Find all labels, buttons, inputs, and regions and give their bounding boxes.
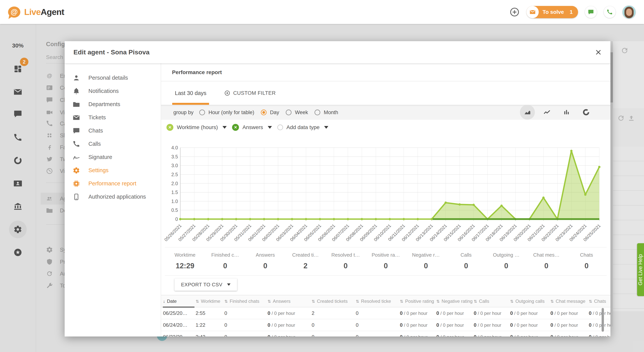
remove-series-icon[interactable]: ✕: [166, 124, 173, 131]
modal-title: Edit agent - Sona Pisova: [74, 48, 150, 56]
column-header-label: Calls: [479, 299, 489, 304]
column-header-calls[interactable]: ⇅Calls: [474, 299, 510, 304]
group-by-option-day[interactable]: Day: [261, 110, 279, 116]
modal-header: Edit agent - Sona Pisova: [65, 41, 610, 63]
table-scrollbar-thumb[interactable]: [602, 308, 604, 332]
summary-stat-label: Answers: [245, 252, 285, 258]
nav-item-label: Personal details: [88, 75, 128, 81]
nav-item-personal-details[interactable]: Personal details: [65, 71, 161, 84]
export-label: EXPORT TO CSV: [181, 282, 222, 288]
person-icon: [73, 74, 80, 82]
column-header-answers[interactable]: ⇅Answers: [268, 299, 312, 304]
group-by-option-hour-only-for-table-[interactable]: Hour (only for table): [199, 110, 254, 116]
table-cell: 0 / 0 per hour: [550, 310, 589, 316]
group-by-option-month[interactable]: Month: [314, 110, 338, 116]
group-by-option-week[interactable]: Week: [286, 110, 308, 116]
table-cell: 0: [224, 322, 268, 328]
column-header-label: Resolved ticke: [361, 299, 391, 304]
table-cell: 06/25/20…: [163, 310, 196, 316]
table-cell: 0 / 0 per hour: [550, 322, 589, 328]
nav-item-performance-report[interactable]: Performance report: [65, 177, 161, 190]
column-header-outgoing-calls[interactable]: ⇅Outgoing calls: [510, 299, 550, 304]
column-header-negative-rating[interactable]: ⇅Negative rating: [436, 299, 474, 304]
group-by-option-label: Week: [295, 110, 308, 116]
add-series-circle-icon: [277, 125, 283, 130]
performance-chart: 00.51.01.52.02.53.03.54.005/26/202105/27…: [161, 135, 610, 247]
table-cell: 1:22: [196, 322, 224, 328]
donut-chart-button[interactable]: [578, 105, 594, 120]
logo-agent: Agent: [41, 7, 64, 17]
table-header-row: ↓Date⇅Worktime⇅Finished chats⇅Answers⇅Cr…: [161, 295, 610, 307]
topbar-actions: To solve 1: [510, 0, 636, 24]
chats-button[interactable]: [585, 6, 597, 18]
liveagent-logo[interactable]: @ LiveAgent: [8, 6, 64, 18]
svg-text:2.5: 2.5: [171, 172, 178, 177]
summary-stat: Calls0: [446, 247, 486, 275]
nav-item-chats[interactable]: Chats: [65, 124, 161, 137]
nav-item-calls[interactable]: Calls: [65, 137, 161, 151]
to-solve-button[interactable]: To solve 1: [526, 6, 578, 18]
summary-stat-label: Outgoing …: [486, 252, 526, 258]
active-tab-underline: [172, 103, 209, 105]
table-cell: 0: [224, 310, 268, 316]
sort-icon: ⇅: [510, 299, 514, 304]
bar-chart-button[interactable]: [559, 105, 574, 120]
column-header-worktime[interactable]: ⇅Worktime: [196, 299, 224, 304]
table-cell: 0 / 0 per hour: [436, 310, 474, 316]
area-chart-button[interactable]: [520, 105, 535, 120]
series-chip-label: Answers: [242, 124, 263, 130]
nav-item-departments[interactable]: Departments: [65, 98, 161, 111]
remove-series-icon[interactable]: ✕: [232, 124, 239, 131]
close-icon[interactable]: [595, 49, 602, 55]
column-header-resolved-ticke[interactable]: ⇅Resolved ticke: [356, 299, 400, 304]
sort-icon: ⇅: [196, 299, 199, 304]
summary-stat-value: 0: [245, 262, 285, 270]
add-new-button[interactable]: [510, 7, 520, 17]
table-cell: 0 / 0 per hour: [589, 334, 610, 337]
envelope-icon: [73, 114, 80, 121]
column-header-chat-message[interactable]: ⇅Chat message: [550, 299, 589, 304]
summary-stat: Negative r…0: [406, 247, 446, 275]
sort-icon: ⇅: [589, 299, 592, 304]
table-row[interactable]: 06/25/20…2:5500 / 0 per hour200 / 0 per …: [161, 307, 610, 319]
line-chart-button[interactable]: [540, 105, 554, 120]
caret-down-icon: [222, 126, 227, 129]
sort-icon: ⇅: [550, 299, 554, 304]
nav-item-tickets[interactable]: Tickets: [65, 111, 161, 124]
table-row[interactable]: 06/23/20…3:4300 / 0 per hour000 / 0 per …: [161, 331, 610, 337]
export-to-csv-button[interactable]: EXPORT TO CSV: [174, 278, 237, 291]
nav-item-notifications[interactable]: Notifications: [65, 84, 161, 98]
group-by-label: group by: [173, 110, 194, 116]
summary-stat-value: 0: [446, 262, 486, 270]
nav-item-label: Tickets: [88, 114, 106, 121]
performance-table: ↓Date⇅Worktime⇅Finished chats⇅Answers⇅Cr…: [161, 295, 610, 337]
series-chip-answers[interactable]: ✕Answers: [232, 124, 272, 131]
svg-text:0.5: 0.5: [171, 207, 178, 213]
series-chip-worktime-hours-[interactable]: ✕Worktime (hours): [166, 124, 227, 131]
tab-custom-filter[interactable]: CUSTOM FILTER: [224, 81, 276, 105]
to-solve-label: To solve: [542, 9, 564, 15]
nav-item-authorized-applications[interactable]: Authorized applications: [65, 190, 161, 203]
nav-item-signature[interactable]: Signature: [65, 151, 161, 164]
column-header-label: Negative rating: [442, 299, 472, 304]
nav-item-settings[interactable]: Settings: [65, 164, 161, 177]
column-header-chats[interactable]: ⇅Chats: [589, 299, 610, 304]
table-cell: 0 / 0 per hour: [510, 334, 550, 337]
column-header-date[interactable]: ↓Date: [163, 299, 196, 304]
series-chip-add-data-type[interactable]: Add data type: [277, 124, 328, 130]
chip-icon: [73, 180, 80, 187]
group-by-option-label: Hour (only for table): [208, 110, 254, 116]
column-header-positive-rating[interactable]: ⇅Positive rating: [400, 299, 436, 304]
summary-stat-label: Positive ra…: [366, 252, 406, 258]
summary-stat: Answers0: [245, 247, 285, 275]
table-row[interactable]: 06/24/20…1:2200 / 0 per hour000 / 0 per …: [161, 319, 610, 331]
user-avatar[interactable]: [622, 5, 636, 18]
tab-last-30-days[interactable]: Last 30 days: [172, 81, 209, 105]
column-header-created-tickets[interactable]: ⇅Created tickets: [312, 299, 356, 304]
calls-button[interactable]: [604, 6, 616, 18]
column-header-finished-chats[interactable]: ⇅Finished chats: [224, 299, 268, 304]
get-live-help-tab[interactable]: Get Live Help: [637, 243, 644, 296]
mobile-icon: [73, 193, 80, 200]
chart-type-switcher: [520, 105, 594, 120]
table-cell: 0 / 0 per hour: [268, 322, 312, 328]
